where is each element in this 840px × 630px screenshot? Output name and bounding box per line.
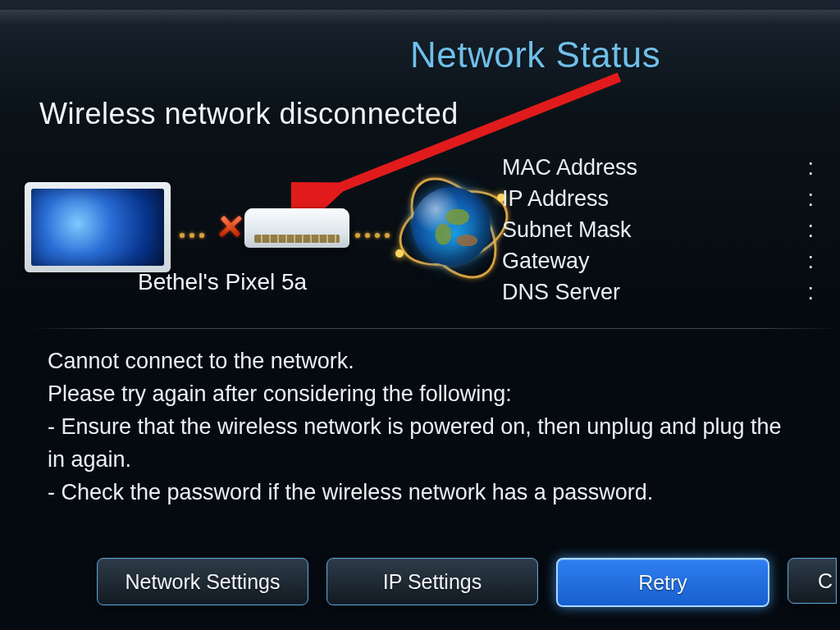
divider <box>30 328 840 329</box>
info-value: : <box>715 183 814 214</box>
info-row-subnet: Subnet Mask : <box>502 214 814 245</box>
internet-globe-icon <box>394 169 509 284</box>
button-bar: Network Settings IP Settings Retry C <box>97 558 837 607</box>
error-message: Cannot connect to the network. Please tr… <box>48 345 832 509</box>
info-value: : <box>715 245 814 276</box>
router-ssid-label: Bethel's Pixel 5a <box>138 269 307 295</box>
router-icon <box>244 208 349 248</box>
link-tv-router <box>177 226 207 231</box>
info-label: MAC Address <box>502 152 715 183</box>
info-row-gateway: Gateway : <box>502 245 814 276</box>
info-value: : <box>715 276 814 308</box>
info-value: : <box>715 214 814 245</box>
ip-settings-button[interactable]: IP Settings <box>326 558 538 605</box>
disconnected-x-icon <box>217 215 243 238</box>
retry-button[interactable]: Retry <box>556 558 769 607</box>
info-value: : <box>715 152 814 183</box>
annotation-label: Network Status <box>410 34 660 75</box>
page-title: Wireless network disconnected <box>39 97 459 131</box>
info-label: Subnet Mask <box>502 214 715 245</box>
info-row-mac: MAC Address : <box>502 152 814 183</box>
network-settings-button[interactable]: Network Settings <box>97 558 308 605</box>
info-label: DNS Server <box>502 276 715 308</box>
link-router-internet <box>353 226 392 231</box>
info-label: Gateway <box>502 245 715 276</box>
close-button[interactable]: C <box>788 558 837 604</box>
network-info-table: MAC Address : IP Address : Subnet Mask :… <box>502 152 814 308</box>
network-status-screen: Network Status Wireless network disconne… <box>0 0 840 630</box>
info-row-dns: DNS Server : <box>502 276 814 308</box>
info-label: IP Address <box>502 183 715 214</box>
info-row-ip: IP Address : <box>502 183 814 214</box>
tv-icon <box>25 182 171 272</box>
